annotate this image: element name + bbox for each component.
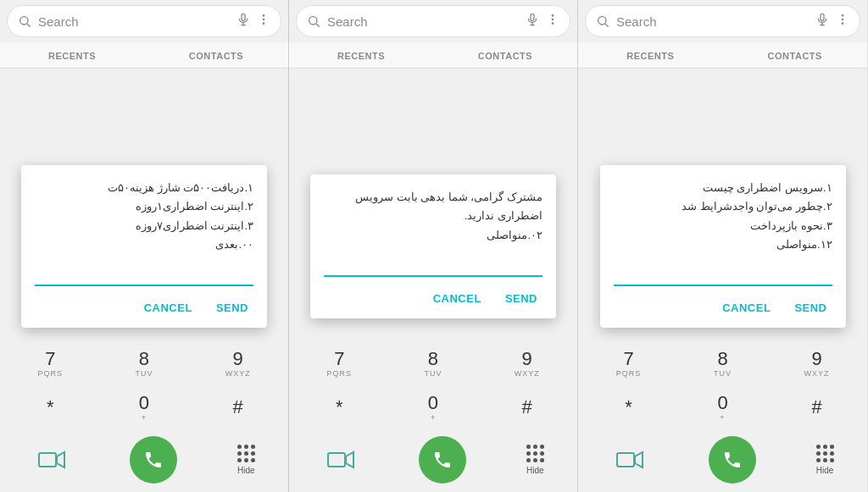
more-options-icon[interactable] <box>546 13 559 30</box>
mic-icon[interactable] <box>815 13 829 30</box>
tab-contacts[interactable]: CONTACTS <box>144 42 288 68</box>
mic-icon[interactable] <box>526 13 539 30</box>
svg-point-0 <box>20 17 28 25</box>
svg-line-11 <box>316 24 320 27</box>
hide-label: Hide <box>816 466 834 475</box>
svg-marker-9 <box>57 452 64 467</box>
dialog-input[interactable] <box>614 264 832 286</box>
dialog-actions: CANCELSEND <box>35 298 253 318</box>
video-call-button[interactable] <box>322 441 359 478</box>
tab-contacts[interactable]: CONTACTS <box>723 42 868 68</box>
dot <box>823 458 827 462</box>
more-options-icon[interactable] <box>257 13 270 30</box>
tab-recents[interactable]: RECENTS <box>0 42 144 68</box>
search-bar[interactable]: Search <box>585 5 860 37</box>
video-call-button[interactable] <box>611 441 648 478</box>
action-bar: Hide <box>292 429 574 492</box>
svg-point-15 <box>552 14 554 17</box>
dot <box>526 445 531 449</box>
tab-recents[interactable]: RECENTS <box>289 42 433 68</box>
dots-grid-icon <box>526 445 544 462</box>
hide-button[interactable]: Hide <box>526 445 544 475</box>
video-call-button[interactable] <box>33 441 70 478</box>
dot <box>237 451 242 456</box>
dot <box>823 451 827 456</box>
dialog-text: ۱.سرویس اضطراری چیست ۲.چطور می‌توان واجد… <box>614 179 832 253</box>
dot <box>540 451 544 456</box>
svg-point-6 <box>263 19 265 21</box>
svg-marker-19 <box>346 452 353 467</box>
dot <box>237 458 242 462</box>
dialpad-area: ۱.سرویس اضطراری چیست ۲.چطور می‌توان واجد… <box>578 69 867 492</box>
hide-button[interactable]: Hide <box>816 445 834 475</box>
call-button[interactable] <box>130 436 177 484</box>
search-placeholder: Search <box>38 14 231 29</box>
dot <box>533 458 537 462</box>
more-options-icon[interactable] <box>836 13 849 30</box>
dot <box>244 451 248 456</box>
svg-rect-28 <box>617 453 634 467</box>
dot <box>526 458 531 462</box>
svg-rect-2 <box>242 14 245 20</box>
send-button[interactable]: SEND <box>789 298 832 318</box>
dot <box>533 445 537 449</box>
search-bar[interactable]: Search <box>296 5 570 37</box>
tab-contacts[interactable]: CONTACTS <box>433 42 577 68</box>
call-button[interactable] <box>709 436 756 484</box>
send-button[interactable]: SEND <box>211 298 253 318</box>
cancel-button[interactable]: CANCEL <box>717 298 776 318</box>
dialog-box: مشترک گرامی، شما بدهی بابت سرویس اضطراری… <box>310 174 556 318</box>
dot <box>540 445 544 449</box>
svg-line-21 <box>605 24 609 27</box>
mic-icon[interactable] <box>236 13 250 30</box>
dialog-box: ۱.دریافت۵۰۰ت شارژ هزینه۵۰ت ۲.اینترنت اضط… <box>21 165 267 327</box>
svg-point-17 <box>552 22 554 25</box>
search-placeholder: Search <box>616 14 810 29</box>
svg-marker-29 <box>635 452 643 467</box>
hide-label: Hide <box>526 466 544 475</box>
cancel-button[interactable]: CANCEL <box>428 289 487 308</box>
hide-button[interactable]: Hide <box>237 445 255 475</box>
send-button[interactable]: SEND <box>500 289 542 308</box>
dialog-input[interactable] <box>324 255 542 277</box>
svg-rect-8 <box>39 453 56 467</box>
dialog-text: ۱.دریافت۵۰۰ت شارژ هزینه۵۰ت ۲.اینترنت اضط… <box>35 179 253 253</box>
dot <box>526 451 531 456</box>
svg-point-20 <box>598 17 606 25</box>
svg-rect-12 <box>531 14 534 20</box>
tab-recents[interactable]: RECENTS <box>578 42 723 68</box>
dialpad-area: ۱.دریافت۵۰۰ت شارژ هزینه۵۰ت ۲.اینترنت اضط… <box>0 69 288 492</box>
tabs-container: RECENTSCONTACTS <box>289 42 577 69</box>
dialog-actions: CANCELSEND <box>324 289 542 308</box>
dots-grid-icon <box>816 445 834 462</box>
dot <box>816 451 821 456</box>
svg-point-25 <box>842 14 844 17</box>
dot <box>244 445 248 449</box>
dot <box>540 458 544 462</box>
phone-panel-1: Search RECENTSCONTACTS۱.دریافت۵۰۰ت شارژ … <box>0 0 289 492</box>
svg-point-5 <box>263 14 265 17</box>
phone-icon <box>143 450 164 470</box>
dots-grid-icon <box>237 445 255 462</box>
dot <box>830 451 834 456</box>
search-bar[interactable]: Search <box>7 5 281 37</box>
svg-point-26 <box>842 19 844 21</box>
action-bar: Hide <box>3 429 285 492</box>
dot <box>251 451 255 456</box>
video-icon <box>38 451 65 469</box>
search-placeholder: Search <box>327 14 520 29</box>
dot <box>830 445 834 449</box>
dialog-overlay: مشترک گرامی، شما بدهی بابت سرویس اضطراری… <box>289 69 577 424</box>
phone-icon <box>432 450 453 470</box>
action-bar: Hide <box>581 429 864 492</box>
dot <box>237 445 242 449</box>
dialog-overlay: ۱.سرویس اضطراری چیست ۲.چطور می‌توان واجد… <box>578 69 867 424</box>
dialog-input[interactable] <box>35 264 253 286</box>
search-icon <box>18 14 31 28</box>
cancel-button[interactable]: CANCEL <box>139 298 198 318</box>
dialog-box: ۱.سرویس اضطراری چیست ۲.چطور می‌توان واجد… <box>600 165 846 327</box>
svg-line-1 <box>27 24 31 27</box>
dialog-text: مشترک گرامی، شما بدهی بابت سرویس اضطراری… <box>324 188 542 244</box>
svg-point-16 <box>552 19 554 21</box>
call-button[interactable] <box>419 436 466 484</box>
